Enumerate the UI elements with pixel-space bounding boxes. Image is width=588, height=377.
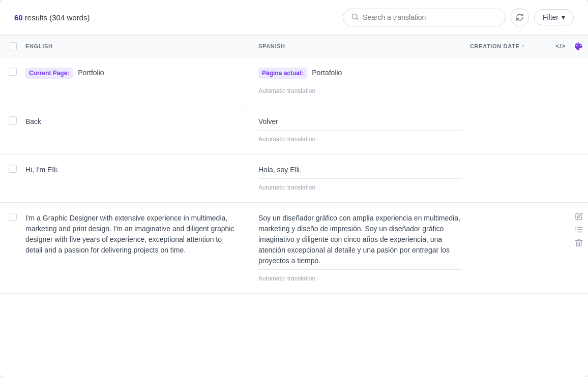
spanish-cell: Volver Automatic translation [248, 106, 470, 154]
spanish-text: Volver [258, 117, 278, 125]
english-text: Portfolio [78, 69, 104, 77]
row-checkbox[interactable] [9, 68, 17, 76]
row-checkbox-cell [0, 106, 25, 124]
spanish-value: Hola, soy Elli. [258, 165, 462, 179]
column-header-spanish: SPANISH [248, 43, 470, 49]
table-row: Hi, I'm Elli. Hola, soy Elli. Automatic … [0, 154, 588, 203]
table-row: Back Volver Automatic translation [0, 106, 588, 154]
results-text: results (304 words) [25, 13, 90, 22]
row-checkbox[interactable] [9, 165, 17, 173]
paint-cell [570, 154, 588, 164]
auto-translation-label: Automatic translation [258, 135, 462, 144]
filter-label: Filter [543, 13, 558, 21]
code-cell [551, 106, 570, 116]
chevron-down-icon: ▾ [562, 13, 565, 21]
english-tag-badge: Current Page: [25, 68, 73, 79]
search-bar [343, 9, 506, 26]
delete-button[interactable] [574, 238, 583, 247]
table-row: Current Page: Portfolio Página actual: P… [0, 57, 588, 106]
spanish-value: Volver [258, 116, 462, 131]
row-actions [570, 203, 588, 247]
search-icon [351, 13, 359, 22]
date-cell [470, 57, 551, 78]
auto-translation-label: Automatic translation [258, 183, 462, 192]
code-cell [551, 154, 570, 165]
code-cell [551, 57, 570, 68]
english-cell: I'm a Graphic Designer with extensive ex… [25, 203, 248, 266]
header-checkbox-cell [0, 42, 25, 50]
column-header-code: </> [551, 43, 570, 50]
spanish-text: Portafolio [312, 69, 342, 77]
auto-translation-label: Automatic translation [258, 274, 462, 283]
english-cell: Hi, I'm Elli. [25, 154, 248, 185]
row-checkbox-cell [0, 57, 25, 76]
row-checkbox-cell [0, 154, 25, 173]
spanish-tag-badge: Página actual: [258, 68, 307, 79]
column-header-creation-date[interactable]: CREATION DATE ↑ [470, 43, 551, 50]
spanish-text: Hola, soy Elli. [258, 166, 302, 174]
list-button[interactable] [574, 225, 583, 234]
search-input[interactable] [363, 13, 497, 21]
row-checkbox[interactable] [9, 213, 17, 221]
date-cell [470, 154, 551, 175]
spanish-cell: Hola, soy Elli. Automatic translation [248, 154, 470, 202]
table-column-headers: ENGLISH SPANISH CREATION DATE ↑ </> [0, 35, 588, 57]
select-all-checkbox[interactable] [9, 42, 17, 50]
paint-icon [574, 42, 583, 51]
paint-cell [570, 106, 588, 115]
column-header-english: ENGLISH [25, 43, 248, 49]
spanish-text: Soy un diseñador gráfico con amplia expe… [258, 214, 460, 265]
spanish-cell: Página actual: Portafolio Automatic tran… [248, 57, 470, 106]
edit-translation-button[interactable] [574, 212, 583, 221]
results-count: 60 [14, 13, 23, 22]
table-row: I'm a Graphic Designer with extensive ex… [0, 203, 588, 294]
svg-line-1 [357, 18, 358, 20]
english-text: I'm a Graphic Designer with extensive ex… [25, 214, 234, 254]
filter-button[interactable]: Filter ▾ [534, 9, 574, 25]
date-cell [470, 106, 551, 127]
code-cell [551, 203, 570, 213]
row-checkbox[interactable] [9, 116, 17, 124]
english-text: Hi, I'm Elli. [25, 166, 59, 174]
auto-translation-label: Automatic translation [258, 86, 462, 96]
english-cell: Back [25, 106, 248, 137]
code-icon: </> [555, 43, 565, 50]
column-header-paint [570, 42, 588, 51]
paint-cell [570, 57, 588, 67]
header-actions: Filter ▾ [343, 8, 574, 26]
results-label: 60 results (304 words) [14, 13, 90, 22]
spanish-cell: Soy un diseñador gráfico con amplia expe… [248, 203, 470, 293]
row-checkbox-cell [0, 203, 25, 221]
spanish-value: Soy un diseñador gráfico con amplia expe… [258, 213, 462, 270]
spanish-value: Página actual: Portafolio [258, 68, 462, 82]
english-cell: Current Page: Portfolio [25, 57, 248, 89]
refresh-button[interactable] [511, 8, 529, 26]
sort-arrow-icon: ↑ [521, 43, 525, 50]
table-header-bar: 60 results (304 words) [0, 0, 588, 35]
english-text: Back [25, 117, 41, 125]
date-cell [470, 203, 551, 223]
